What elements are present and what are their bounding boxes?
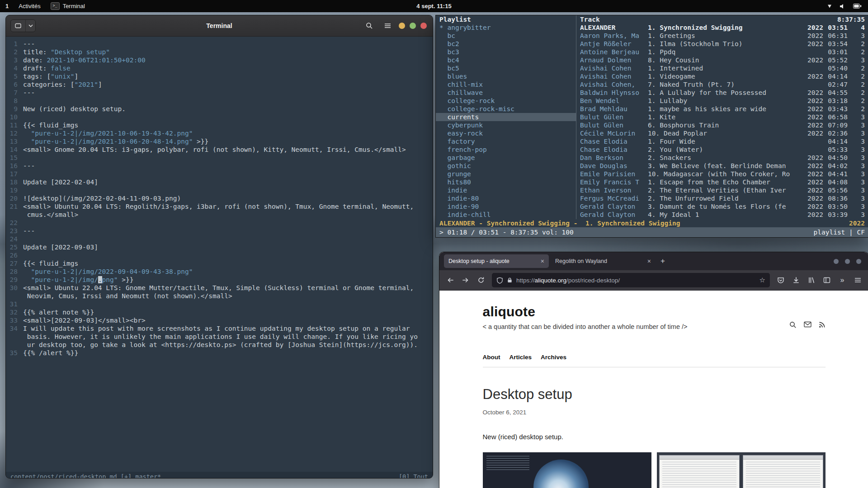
track-row[interactable]: Cécile McLorin10. Dead Poplar202202:363 bbox=[576, 129, 868, 137]
track-row[interactable]: Fergus McCreadi2. The Unfurrowed Field20… bbox=[576, 194, 868, 202]
site-search-icon[interactable] bbox=[789, 321, 797, 328]
track-row[interactable]: Antoine Berjeau1. Ppdq03:012 bbox=[576, 48, 868, 56]
lock-icon[interactable] bbox=[507, 277, 513, 283]
playlist-item[interactable]: bc bbox=[436, 32, 576, 40]
playlist-item[interactable]: hits80 bbox=[436, 178, 576, 186]
playlist-item[interactable]: blues bbox=[436, 72, 576, 80]
close-tab-icon[interactable]: × bbox=[647, 258, 651, 265]
library-button[interactable] bbox=[804, 273, 819, 287]
tab-regolith-on-wayland[interactable]: Regolith on Wayland × bbox=[551, 254, 656, 268]
menu-button[interactable] bbox=[381, 19, 394, 32]
track-row[interactable]: Bulut Gülen6. Bosphorus Train202207:093 bbox=[576, 121, 868, 129]
forward-icon bbox=[462, 277, 469, 284]
close-tab-icon[interactable]: × bbox=[541, 258, 544, 265]
site-mail-icon[interactable] bbox=[804, 321, 811, 328]
playlist-item[interactable]: easy-rock bbox=[436, 129, 576, 137]
tab-desktop-setup[interactable]: Desktop setup - aliquote × bbox=[444, 254, 549, 268]
track-row[interactable]: Chase Elodia2. You (Water)05:333 bbox=[576, 145, 868, 154]
track-row[interactable]: Gerald Clayton4. My Ideal 1202203:393 bbox=[576, 211, 868, 219]
playlist-item[interactable]: bc4 bbox=[436, 56, 576, 64]
playlist-item[interactable]: bc5 bbox=[436, 64, 576, 72]
new-tab-button[interactable] bbox=[11, 20, 25, 32]
forward-button[interactable] bbox=[458, 273, 473, 287]
minimize-button[interactable] bbox=[834, 259, 839, 264]
track-row[interactable]: Brad Mehldau1. maybe as his skies are wi… bbox=[576, 105, 868, 113]
site-title[interactable]: aliquote bbox=[483, 304, 688, 319]
track-row[interactable]: ALEXANDER1. Synchronized Swigging202203:… bbox=[576, 23, 868, 32]
playlist-item[interactable]: currents bbox=[436, 113, 576, 121]
playlist-item[interactable]: bc3 bbox=[436, 48, 576, 56]
playlist-item[interactable]: grunge bbox=[436, 170, 576, 178]
tracking-shield-icon[interactable] bbox=[496, 277, 503, 284]
playlist-item[interactable]: indie-90 bbox=[436, 202, 576, 211]
track-row[interactable]: Dave Douglas3. We Believe (feat. Berlind… bbox=[576, 162, 868, 170]
focused-app-menu[interactable]: >_ Terminal bbox=[51, 2, 85, 10]
editor-buffer[interactable]: 1---2title: "Desktop setup"3date: 2021-1… bbox=[6, 37, 433, 479]
overflow-button[interactable]: » bbox=[835, 273, 849, 287]
workspace-indicator[interactable]: 1 bbox=[5, 3, 9, 9]
playlist-pane-header: Playlist bbox=[436, 15, 576, 23]
playlist-item[interactable]: chillwave bbox=[436, 89, 576, 97]
url-text[interactable]: https://aliquote.org/post/riced-desktop/ bbox=[516, 277, 756, 284]
nav-link-archives[interactable]: Archives bbox=[541, 354, 566, 361]
clock[interactable]: 4 sept. 11:15 bbox=[416, 3, 451, 9]
back-button[interactable] bbox=[443, 273, 458, 287]
system-tray[interactable] bbox=[827, 4, 868, 9]
track-row[interactable]: Emile Parisien10. Madagascar (with Theo … bbox=[576, 170, 868, 178]
track-row[interactable]: Bulut Gülen1. Kite202206:583 bbox=[576, 113, 868, 121]
track-row[interactable]: Avishai Cohen1. Videogame202204:142 bbox=[576, 72, 868, 80]
track-row[interactable]: Arnaud Dolmen8. Hey Cousin202205:523 bbox=[576, 56, 868, 64]
site-rss-icon[interactable] bbox=[819, 321, 826, 328]
playlist-item[interactable]: chill-mix bbox=[436, 80, 576, 89]
app-menu-button[interactable] bbox=[850, 273, 865, 287]
track-row[interactable]: Chase Elodia1. Four Wide04:143 bbox=[576, 137, 868, 145]
nav-link-articles[interactable]: Articles bbox=[509, 354, 532, 361]
close-button[interactable] bbox=[856, 259, 861, 264]
bookmark-star-icon[interactable]: ☆ bbox=[760, 276, 765, 284]
playlist-item[interactable]: * angrybitter bbox=[436, 23, 576, 32]
track-row[interactable]: Aaron Parks, Ma1. Greetings202206:313 bbox=[576, 32, 868, 40]
activities-button[interactable]: Activités bbox=[19, 3, 40, 9]
search-button[interactable] bbox=[363, 19, 376, 32]
terminal-line: 4draft: false bbox=[6, 64, 433, 72]
track-row[interactable]: Baldwin Hlynsso1. A Lullaby for the Poss… bbox=[576, 89, 868, 97]
track-row[interactable]: Avishai Cohen,7. Naked Truth (Pt. 7)02:4… bbox=[576, 80, 868, 89]
track-row[interactable]: Ben Wendel1. Lullaby202203:182 bbox=[576, 97, 868, 105]
track-row[interactable]: Gerald Clayton3. Damunt de tu Només les … bbox=[576, 202, 868, 211]
track-row[interactable]: Emily Francis T1. Escape from the Echo C… bbox=[576, 178, 868, 186]
track-row[interactable]: Ethan Iverson2. The Eternal Verities (Et… bbox=[576, 186, 868, 194]
post-image-terminal-screens[interactable] bbox=[657, 452, 826, 488]
post-image-wave-desktop[interactable] bbox=[483, 452, 651, 488]
site-tagline: < a quantity that can be divided into an… bbox=[483, 323, 688, 330]
terminal-line: 27{{< fluid_imgs bbox=[6, 259, 433, 267]
playlist-item[interactable]: indie-80 bbox=[436, 194, 576, 202]
tab-list-button[interactable] bbox=[25, 20, 35, 32]
terminal-line: 22 bbox=[6, 219, 433, 227]
thumbnail-window bbox=[659, 455, 740, 488]
close-button[interactable] bbox=[420, 23, 427, 29]
playlist-item[interactable]: cyberpunk bbox=[436, 121, 576, 129]
playlist-item[interactable]: indie bbox=[436, 186, 576, 194]
sidebar-button[interactable] bbox=[820, 273, 834, 287]
reload-button[interactable] bbox=[474, 273, 488, 287]
url-bar[interactable]: https://aliquote.org/post/riced-desktop/… bbox=[492, 273, 770, 287]
playlist-item[interactable]: gothic bbox=[436, 162, 576, 170]
playlist-item[interactable]: garbage bbox=[436, 154, 576, 162]
playlist-item[interactable]: college-rock-misc bbox=[436, 105, 576, 113]
terminal-line: 28 "pure-u-1-2|/img/2022-09-04-09-43-38.… bbox=[6, 267, 433, 276]
new-tab-button[interactable]: + bbox=[656, 255, 669, 267]
track-row[interactable]: Antje Rößeler1. Ilma (Stockholm Trio)202… bbox=[576, 40, 868, 48]
minimize-button[interactable] bbox=[399, 23, 405, 29]
downloads-button[interactable] bbox=[789, 273, 803, 287]
playlist-item[interactable]: factory bbox=[436, 137, 576, 145]
pocket-button[interactable] bbox=[774, 273, 788, 287]
playlist-item[interactable]: indie-chill bbox=[436, 211, 576, 219]
track-row[interactable]: Avishai Cohen1. Intertwined05:402 bbox=[576, 64, 868, 72]
maximize-button[interactable] bbox=[410, 23, 416, 29]
nav-link-about[interactable]: About bbox=[483, 354, 500, 361]
playlist-item[interactable]: bc2 bbox=[436, 40, 576, 48]
playlist-item[interactable]: french-pop bbox=[436, 145, 576, 154]
maximize-button[interactable] bbox=[845, 259, 850, 264]
track-row[interactable]: Dan Berkson2. Snackers202204:503 bbox=[576, 154, 868, 162]
playlist-item[interactable]: college-rock bbox=[436, 97, 576, 105]
